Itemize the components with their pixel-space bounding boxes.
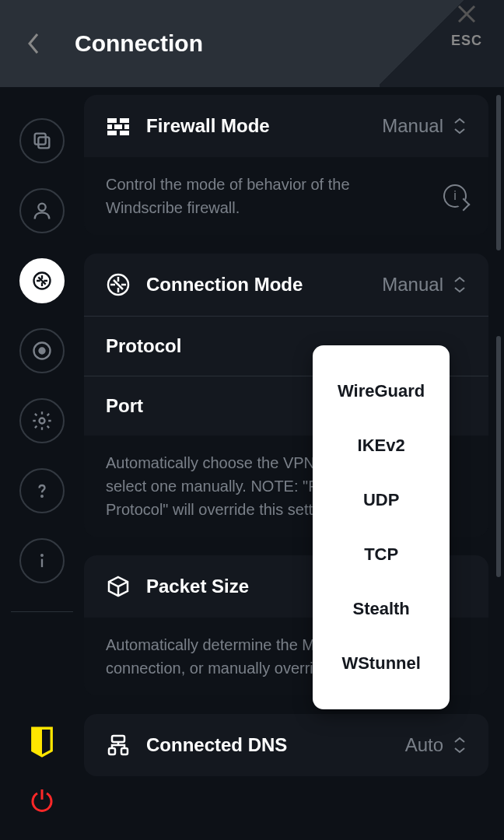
chevron-updown-icon xyxy=(453,117,467,135)
connected-dns-header[interactable]: Connected DNS Auto xyxy=(84,714,488,776)
svg-point-7 xyxy=(40,348,45,354)
firewall-mode-header[interactable]: Firewall Mode Manual xyxy=(84,95,488,157)
sidebar-separator xyxy=(11,611,73,612)
connected-dns-value: Auto xyxy=(405,734,443,756)
sidebar xyxy=(0,87,84,840)
svg-rect-19 xyxy=(120,131,129,135)
packet-icon xyxy=(106,574,131,599)
scrollbar[interactable] xyxy=(496,95,501,250)
svg-point-9 xyxy=(41,495,43,497)
svg-point-8 xyxy=(40,418,45,424)
back-button[interactable] xyxy=(19,28,50,59)
firewall-mode-value: Manual xyxy=(382,115,443,137)
dropdown-option[interactable]: UDP xyxy=(313,473,450,527)
sidebar-item-general[interactable] xyxy=(19,118,65,163)
dropdown-option[interactable]: Stealth xyxy=(313,582,450,636)
svg-rect-23 xyxy=(121,748,128,754)
info-icon[interactable]: i xyxy=(443,184,467,208)
sidebar-item-about[interactable] xyxy=(19,538,65,583)
firewall-mode-description: Control the mode of behavior of the Wind… xyxy=(106,173,401,219)
chevron-updown-icon xyxy=(453,276,467,293)
connection-mode-value: Manual xyxy=(382,274,443,296)
connection-mode-title: Connection Mode xyxy=(146,274,303,296)
svg-rect-22 xyxy=(109,748,115,754)
packet-size-title: Packet Size xyxy=(146,576,249,597)
dns-icon xyxy=(106,733,131,758)
svg-rect-14 xyxy=(120,118,129,123)
dropdown-option[interactable]: IKEv2 xyxy=(313,418,450,473)
close-button[interactable] xyxy=(454,2,479,26)
header: Connection ESC xyxy=(0,0,504,87)
sidebar-bottom xyxy=(28,726,56,840)
sidebar-item-advanced[interactable] xyxy=(19,398,65,443)
dropdown-option[interactable]: WireGuard xyxy=(313,364,450,418)
chevron-updown-icon xyxy=(453,737,467,754)
sidebar-item-connection[interactable] xyxy=(19,258,65,303)
firewall-icon xyxy=(106,114,131,138)
port-label: Port xyxy=(106,395,143,417)
sidebar-item-account[interactable] xyxy=(19,188,65,233)
svg-point-10 xyxy=(41,555,43,556)
sidebar-item-robert[interactable] xyxy=(19,328,65,373)
svg-point-4 xyxy=(38,204,45,211)
connected-dns-title: Connected DNS xyxy=(146,734,287,756)
svg-rect-17 xyxy=(124,124,129,129)
sidebar-item-help[interactable] xyxy=(19,468,65,513)
svg-rect-2 xyxy=(35,134,46,145)
dropdown-option[interactable]: WStunnel xyxy=(313,636,450,691)
brand-icon[interactable] xyxy=(29,726,55,758)
connection-mode-header[interactable]: Connection Mode Manual xyxy=(84,254,488,316)
protocol-dropdown: WireGuard IKEv2 UDP TCP Stealth WStunnel xyxy=(313,345,450,709)
svg-rect-13 xyxy=(107,118,117,123)
svg-rect-15 xyxy=(107,124,112,129)
protocol-label: Protocol xyxy=(106,335,181,357)
content-area: Firewall Mode Manual Control the mode of… xyxy=(84,87,504,840)
firewall-mode-body: Control the mode of behavior of the Wind… xyxy=(84,157,488,235)
svg-rect-18 xyxy=(107,131,117,135)
dropdown-option[interactable]: TCP xyxy=(313,527,450,582)
page-title: Connection xyxy=(75,30,203,57)
scrollbar[interactable] xyxy=(496,336,501,577)
connection-icon xyxy=(106,272,131,297)
main-container: Firewall Mode Manual Control the mode of… xyxy=(0,87,504,840)
firewall-mode-card: Firewall Mode Manual Control the mode of… xyxy=(84,95,488,235)
esc-label: ESC xyxy=(451,33,482,49)
power-button[interactable] xyxy=(28,787,56,815)
svg-rect-21 xyxy=(112,736,124,742)
firewall-mode-title: Firewall Mode xyxy=(146,115,270,137)
svg-rect-3 xyxy=(38,137,49,148)
connected-dns-card: Connected DNS Auto xyxy=(84,714,488,776)
svg-rect-16 xyxy=(114,124,122,129)
